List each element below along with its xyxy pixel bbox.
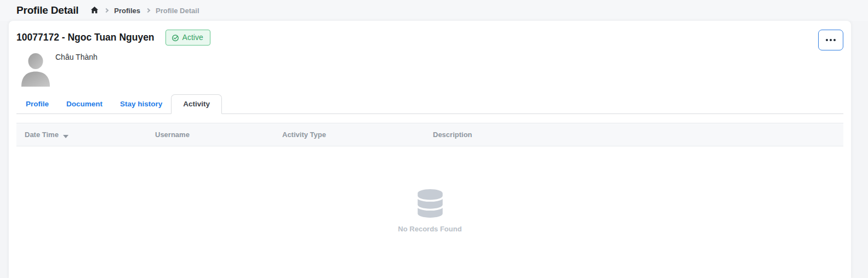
table-header-row: Date Time Username Activity Type Descrip… <box>16 123 843 146</box>
column-header-description[interactable]: Description <box>433 131 843 139</box>
tab-document[interactable]: Document <box>58 95 111 114</box>
empty-state-text: No Records Found <box>398 225 461 233</box>
profile-detail-card: 10077172 - Ngoc Tuan Nguyen Active <box>9 21 851 278</box>
empty-state: No Records Found <box>16 189 843 233</box>
breadcrumb-profiles[interactable]: Profiles <box>114 7 140 15</box>
column-label: Description <box>433 131 472 139</box>
tab-stay-history[interactable]: Stay history <box>111 95 171 114</box>
profile-name-title: 10077172 - Ngoc Tuan Nguyen <box>16 32 155 43</box>
profile-location: Châu Thành <box>55 51 98 87</box>
column-header-activity-type[interactable]: Activity Type <box>282 131 433 139</box>
status-badge-label: Active <box>182 33 203 42</box>
breadcrumb-current: Profile Detail <box>156 7 199 15</box>
avatar <box>19 51 52 87</box>
database-icon <box>418 189 443 218</box>
card-header: 10077172 - Ngoc Tuan Nguyen Active <box>16 30 843 87</box>
chevron-right-icon <box>104 8 108 13</box>
tab-profile[interactable]: Profile <box>16 95 58 114</box>
page-title: Profile Detail <box>16 4 78 16</box>
status-badge: Active <box>165 30 210 46</box>
tab-activity[interactable]: Activity <box>171 94 222 114</box>
more-actions-button[interactable] <box>818 30 843 50</box>
dot-icon <box>826 39 828 41</box>
breadcrumb: Profiles Profile Detail <box>90 7 199 15</box>
check-circle-icon <box>172 34 179 42</box>
home-icon[interactable] <box>90 6 99 14</box>
profile-tabs: Profile Document Stay history Activity <box>16 94 843 114</box>
activity-table: Date Time Username Activity Type Descrip… <box>16 123 843 233</box>
column-label: Username <box>155 131 190 139</box>
chevron-right-icon <box>146 8 150 13</box>
topbar: Profile Detail Profiles Profile Detail <box>0 0 868 21</box>
dot-icon <box>833 39 836 41</box>
column-label: Activity Type <box>282 131 326 139</box>
sort-desc-icon <box>63 135 68 138</box>
column-label: Date Time <box>25 131 59 139</box>
column-header-date-time[interactable]: Date Time <box>16 131 155 139</box>
dot-icon <box>830 39 832 41</box>
column-header-username[interactable]: Username <box>155 131 282 139</box>
